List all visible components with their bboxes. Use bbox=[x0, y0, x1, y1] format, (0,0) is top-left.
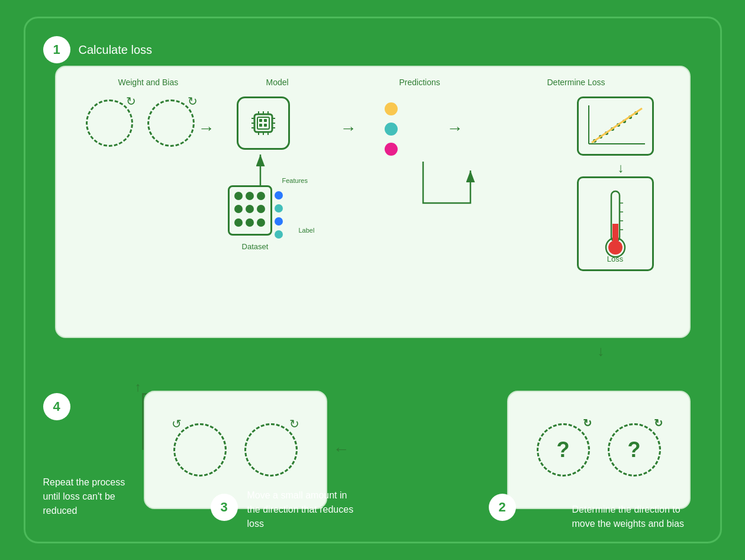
col-model-header: Model bbox=[266, 78, 289, 87]
weight-bias-dials: ↻ ↻ bbox=[86, 99, 195, 147]
grid-dot bbox=[234, 192, 243, 200]
determine-loss-chart bbox=[577, 96, 654, 156]
dataset-box: Dataset bbox=[228, 185, 283, 251]
step2-dial1-arrow: ↻ bbox=[583, 417, 592, 430]
label-column bbox=[275, 185, 283, 239]
col-weight-header: Weight and Bias bbox=[118, 78, 179, 87]
weight-dial: ↻ bbox=[86, 99, 133, 147]
label-dot-3 bbox=[275, 217, 283, 226]
grid-dot bbox=[257, 192, 265, 200]
arrow-model-to-pred: → bbox=[340, 119, 357, 138]
step3-text: Move a small amount in the direction tha… bbox=[247, 488, 360, 531]
grid-dot bbox=[257, 218, 265, 227]
predictions-dots bbox=[385, 102, 398, 156]
loss-chart-svg bbox=[583, 102, 648, 150]
step2-card: ↻ ? ↻ ? bbox=[507, 391, 691, 509]
chip-icon bbox=[246, 105, 281, 141]
col-predictions-header: Predictions bbox=[399, 78, 440, 87]
step3-dial2-arrow: ↻ bbox=[289, 417, 299, 431]
down-arrow-chart-to-thermo: ↓ bbox=[618, 160, 624, 176]
label-dot-1 bbox=[275, 191, 283, 199]
svg-rect-15 bbox=[264, 119, 267, 122]
loss-label: Loss bbox=[607, 255, 623, 263]
grid-dot bbox=[246, 205, 254, 213]
main-container: 1 Calculate loss Weight and Bias Model P… bbox=[24, 17, 722, 543]
prediction-dot-1 bbox=[385, 102, 398, 115]
loss-thermometer: Loss bbox=[577, 176, 654, 271]
thermometer-svg bbox=[598, 185, 633, 262]
step4-text: Repeat the process until loss can't be r… bbox=[43, 475, 126, 518]
step2-dial-1: ↻ ? bbox=[537, 423, 590, 477]
step3-dial-1: ↺ bbox=[173, 423, 227, 477]
dataset-inner bbox=[228, 185, 283, 239]
step2-badge: 2 bbox=[489, 494, 516, 521]
svg-rect-17 bbox=[264, 124, 267, 127]
step2-dial-2: ↻ ? bbox=[608, 423, 661, 477]
grid-dot bbox=[234, 205, 243, 213]
svg-rect-32 bbox=[612, 224, 618, 247]
step2-text: Determine the direction to move the weig… bbox=[572, 503, 691, 531]
step3-dial-2: ↻ bbox=[244, 423, 298, 477]
right-down-arrow: ↓ bbox=[598, 343, 605, 359]
model-box bbox=[237, 96, 290, 150]
step3-dials: ↺ ↻ bbox=[173, 423, 298, 477]
dataset-label: Dataset bbox=[242, 242, 269, 251]
bottom-arrow-step3-to-step2: ← bbox=[333, 440, 350, 459]
prediction-dot-3 bbox=[385, 143, 398, 156]
feedback-up-arrow: ↑ bbox=[135, 379, 141, 395]
step4-badge: 4 bbox=[43, 393, 70, 420]
bias-dial: ↻ bbox=[147, 99, 195, 147]
grid-dot bbox=[246, 218, 254, 227]
grid-dot bbox=[246, 192, 254, 200]
step2-dial2-arrow: ↻ bbox=[654, 417, 663, 430]
arrow-weight-to-model: → bbox=[198, 119, 215, 138]
weight-dial-arrow: ↻ bbox=[126, 94, 136, 108]
svg-rect-16 bbox=[259, 124, 262, 127]
features-label: Features bbox=[282, 177, 308, 184]
svg-rect-1 bbox=[257, 117, 269, 129]
arrow-pred-to-loss: → bbox=[447, 119, 463, 138]
dataset-grid bbox=[228, 185, 272, 236]
col-loss-header: Determine Loss bbox=[547, 78, 605, 87]
bias-dial-arrow: ↻ bbox=[188, 94, 198, 108]
step3-badge: 3 bbox=[211, 494, 238, 521]
prediction-dot-2 bbox=[385, 123, 398, 136]
step3-dial1-arrow: ↺ bbox=[172, 417, 182, 431]
grid-dot bbox=[234, 218, 243, 227]
label-text: Label bbox=[299, 227, 315, 234]
label-dot-4 bbox=[275, 230, 283, 239]
step1-card: Weight and Bias Model Predictions Determ… bbox=[55, 66, 691, 338]
step2-dials: ↻ ? ↻ ? bbox=[537, 423, 661, 477]
step1-label: Calculate loss bbox=[79, 43, 153, 57]
svg-rect-14 bbox=[259, 119, 262, 122]
label-dot-2 bbox=[275, 204, 283, 213]
svg-line-28 bbox=[592, 108, 642, 143]
grid-dot bbox=[257, 205, 265, 213]
step1-badge: 1 bbox=[43, 36, 70, 63]
